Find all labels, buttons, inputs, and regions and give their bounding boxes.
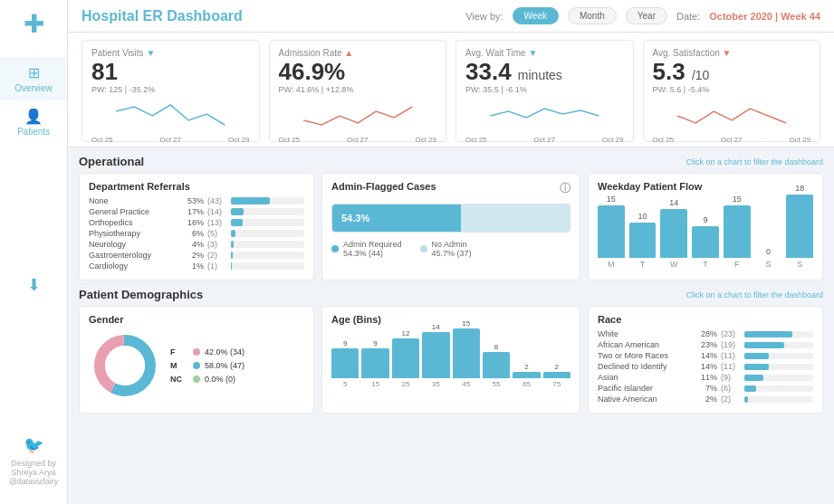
- bird-icon: 🐦: [9, 435, 59, 455]
- weekday-value: 15: [607, 195, 616, 204]
- header: Hospital ER Dashboard View by: Week Mont…: [68, 0, 834, 33]
- race-row: Pacific Islander 7% (6): [598, 384, 813, 393]
- race-bar: [744, 342, 784, 348]
- dept-name: Physiotherapy: [89, 229, 175, 238]
- kpi-label-visits: Patient Visits ▼: [91, 48, 250, 58]
- admin-flagged-card: Admin-Flagged Cases ⓘ 54.3% Admin Requir…: [321, 173, 580, 281]
- dept-bar: [231, 252, 233, 259]
- date-label: Date:: [676, 11, 700, 22]
- dept-name: Cardiology: [89, 262, 175, 271]
- trend-down-icon-sat: ▼: [723, 48, 732, 58]
- weekday-col: 9 T: [692, 215, 719, 269]
- weekday-col: 15 M: [598, 195, 625, 269]
- date-value: October 2020 | Week 44: [709, 11, 820, 22]
- download-icon: ⬇: [27, 276, 41, 294]
- weekday-value: 10: [638, 212, 647, 221]
- dept-count: (43): [207, 196, 227, 205]
- gender-label: NC: [170, 375, 188, 384]
- gender-title: Gender: [89, 314, 304, 325]
- dept-bar-bg: [231, 219, 304, 226]
- race-bar-bg: [744, 364, 813, 370]
- info-icon[interactable]: ⓘ: [560, 181, 570, 196]
- admin-legend-item: No Admin45.7% (37): [420, 240, 472, 258]
- weekday-col: 18 S: [786, 184, 813, 269]
- gender-legend: F 42.0% (34) M 58.0% (47) NC 0.0% (0): [170, 347, 244, 384]
- race-name: Declined to Identify: [598, 362, 688, 371]
- kpi-value-admission: 46.9%: [279, 60, 437, 83]
- logo-icon: ✚: [24, 9, 44, 39]
- dept-bar-bg: [231, 197, 304, 204]
- sidebar-item-overview[interactable]: ⊞ Overview: [0, 57, 67, 100]
- race-count: (9): [721, 373, 741, 382]
- race-name: Pacific Islander: [598, 384, 688, 393]
- kpi-value-wait: 33.4 minutes: [465, 60, 624, 83]
- weekday-value: 9: [704, 215, 708, 224]
- age-label: 55: [493, 380, 501, 388]
- kpi-satisfaction: Avg. Satisfaction ▼ 5.3 /10 PW: 5.6 | -5…: [643, 40, 821, 142]
- svg-point-2: [105, 346, 145, 385]
- dept-bar: [231, 208, 244, 215]
- gender-content: F 42.0% (34) M 58.0% (47) NC 0.0% (0): [89, 329, 304, 402]
- kpi-sparkline-visits: Oct 25 Oct 27 Oct 29: [91, 98, 250, 134]
- age-col: 9 15: [361, 339, 388, 388]
- operational-row: Department Referrals None 53% (43) Gener…: [79, 173, 823, 281]
- dept-bar: [231, 197, 270, 204]
- race-pct: 7%: [692, 384, 717, 393]
- gender-donut: [89, 329, 161, 402]
- age-bar: [331, 348, 359, 378]
- view-month-button[interactable]: Month: [568, 7, 617, 24]
- age-bar: [513, 372, 540, 378]
- demographics-header: Patient Demographics Click on a chart to…: [79, 288, 823, 301]
- sidebar-item-patients[interactable]: 👤 Patients: [0, 100, 67, 144]
- view-year-button[interactable]: Year: [626, 7, 667, 24]
- kpi-value-visits: 81: [91, 60, 250, 83]
- age-col: 12 25: [392, 329, 419, 388]
- credit-designed-by: Designed by: [9, 459, 59, 468]
- weekday-chart: 15 M 10 T 14 W 9 T 15 F 0 S 18 S: [598, 196, 813, 269]
- weekday-flow-title: Weekday Patient Flow: [598, 181, 813, 192]
- dept-referrals-title: Department Referrals: [89, 181, 304, 192]
- download-button[interactable]: ⬇: [27, 275, 41, 295]
- race-name: White: [598, 329, 688, 338]
- weekday-value: 0: [766, 247, 771, 256]
- no-admin-bar: [461, 204, 570, 232]
- dept-row: Orthopedics 16% (13): [89, 218, 304, 227]
- race-row: Declined to Identify 14% (11): [598, 362, 813, 371]
- age-col: 8 55: [483, 343, 510, 388]
- dept-referrals-card: Department Referrals None 53% (43) Gener…: [79, 173, 314, 281]
- credit-handle: @datavizfairy: [9, 477, 59, 486]
- operational-title: Operational: [79, 155, 144, 168]
- weekday-col: 14 W: [660, 198, 687, 269]
- race-bar-bg: [744, 342, 813, 348]
- operational-header: Operational Click on a chart to filter t…: [79, 155, 823, 168]
- age-label: 45: [462, 380, 470, 388]
- weekday-bar: [598, 205, 625, 258]
- race-bar-bg: [744, 375, 813, 381]
- race-bar-bg: [744, 353, 813, 359]
- page-title: Hospital ER Dashboard: [81, 8, 243, 24]
- gender-pct: 0.0% (0): [205, 375, 235, 384]
- dept-bar: [231, 262, 232, 270]
- race-pct: 23%: [692, 340, 717, 349]
- dept-pct: 1%: [178, 262, 204, 271]
- weekday-label: S: [765, 260, 771, 269]
- admin-required-bar: 54.3%: [332, 204, 461, 232]
- gender-dot: [193, 348, 200, 356]
- gender-dot: [193, 376, 200, 383]
- race-title: Race: [598, 314, 813, 325]
- dept-count: (3): [207, 240, 227, 249]
- race-bar-bg: [744, 385, 813, 392]
- kpi-prev-wait: PW: 35.5 | -6.1%: [465, 85, 624, 94]
- race-row: Native American 2% (2): [598, 395, 813, 404]
- view-week-button[interactable]: Week: [513, 7, 559, 24]
- race-row: Asian 11% (9): [598, 373, 813, 382]
- weekday-bar: [660, 209, 687, 258]
- legend-dot: [420, 245, 427, 252]
- gender-pct: 58.0% (47): [205, 361, 244, 370]
- race-bar: [744, 385, 756, 392]
- race-card: Race White 28% (23) African American 23%…: [588, 306, 823, 414]
- race-pct: 14%: [692, 362, 717, 371]
- trend-up-icon: ▲: [344, 48, 353, 58]
- admin-legend: Admin Required54.3% (44) No Admin45.7% (…: [331, 240, 570, 258]
- kpi-wait-time: Avg. Wait Time ▼ 33.4 minutes PW: 35.5 |…: [455, 40, 634, 142]
